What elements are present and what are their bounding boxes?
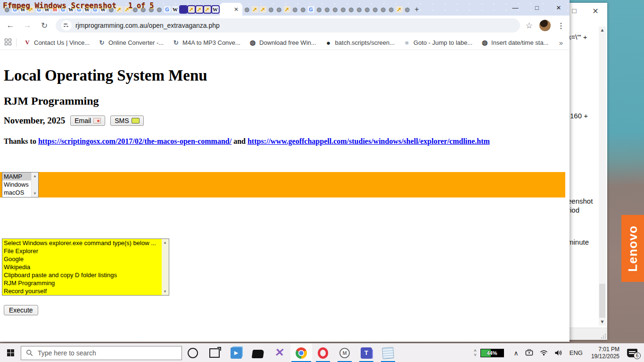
tray-scroll-arrows[interactable]: ˄ ˅ — [474, 349, 476, 357]
scroll-down-icon[interactable]: ▼ — [599, 318, 606, 326]
bookmark-item[interactable]: VContact Us | Vince... — [24, 39, 90, 46]
bookmarks-overflow-icon[interactable]: » — [559, 39, 563, 47]
bookmark-item[interactable]: ↻M4A to MP3 Conve... — [172, 39, 240, 46]
browser-tab[interactable]: ◍ — [331, 4, 339, 15]
browser-tab[interactable]: ◍ — [291, 4, 299, 15]
scroll-down-icon[interactable]: ▼ — [32, 190, 38, 197]
browser-tab[interactable]: ◍ — [379, 4, 387, 15]
bookmark-item[interactable]: ●batch.scripts/screen... — [325, 39, 395, 46]
browser-tab[interactable]: W — [211, 4, 219, 15]
command-option[interactable]: Wikipedia — [2, 263, 169, 271]
command-option[interactable]: Clipboard paste and copy D folder listin… — [2, 271, 169, 279]
browser-tab[interactable]: ◍ — [107, 4, 115, 15]
bookmark-item[interactable]: ■Goto - Jump to labe... — [403, 39, 472, 46]
browser-tab[interactable]: ➚ — [203, 4, 211, 15]
taskbar-app-blackbox[interactable] — [247, 344, 269, 362]
url-text[interactable]: rjmprogramming.com.au/open_extravaganza.… — [75, 22, 220, 29]
browser-tab[interactable]: ◍ — [299, 4, 307, 15]
taskbar-app-mcircle[interactable]: M — [334, 344, 355, 362]
chrome-menu-icon[interactable]: ⋮ — [557, 21, 565, 30]
sms-button[interactable]: SMS — [110, 115, 143, 126]
email-button[interactable]: Email — [70, 115, 105, 126]
browser-tab[interactable]: ◍ — [155, 4, 163, 15]
back-button[interactable]: ← — [4, 19, 17, 32]
notepad-maximize-button[interactable]: □ — [570, 7, 579, 15]
taskbar-app-opera[interactable] — [312, 344, 334, 362]
clock[interactable]: 7:01 PM 19/12/2025 — [591, 346, 619, 360]
browser-tab[interactable]: ◍ — [403, 4, 411, 15]
profile-avatar[interactable] — [539, 20, 551, 31]
command-select-scrollbar[interactable]: ▲ ▼ — [162, 239, 169, 295]
resize-grip[interactable] — [601, 333, 606, 339]
wifi-icon[interactable] — [540, 350, 548, 356]
browser-tab[interactable]: ◍ — [267, 4, 275, 15]
notepad-close-button[interactable]: ✕ — [591, 7, 600, 16]
browser-tab[interactable]: W — [43, 4, 51, 15]
geoffchappell-link[interactable]: https://www.geoffchappell.com/studies/wi… — [248, 137, 490, 145]
browser-tab[interactable]: G — [91, 4, 99, 15]
maximize-button[interactable]: □ — [526, 0, 548, 16]
browser-tab[interactable]: G — [75, 4, 83, 15]
tab-close-icon[interactable]: ✕ — [234, 6, 239, 13]
active-tab[interactable]: ✕ — [220, 3, 242, 16]
browser-tab[interactable]: ◍ — [147, 4, 155, 15]
hidden-icons-chevron[interactable]: ∧ — [514, 349, 519, 357]
browser-tab[interactable]: W — [19, 4, 27, 15]
browser-tab[interactable]: ➚ — [123, 4, 131, 15]
browser-tab[interactable]: ➚ — [259, 4, 267, 15]
site-info-icon[interactable] — [61, 20, 72, 31]
taskbar-app-vs[interactable]: ✕ — [269, 344, 290, 362]
scroll-down-icon[interactable]: ▼ — [162, 288, 168, 295]
browser-tab[interactable]: ◍ — [371, 4, 379, 15]
browser-tab[interactable]: ➚ — [187, 4, 195, 15]
browser-tab[interactable]: W — [99, 4, 107, 15]
browser-tab[interactable]: ➚ — [283, 4, 291, 15]
browser-tab[interactable]: ◍ — [139, 4, 147, 15]
scrollbar-thumb[interactable] — [599, 284, 605, 318]
execute-button[interactable]: Execute — [4, 305, 38, 315]
browser-tab[interactable]: ◍ — [131, 4, 139, 15]
cast-icon[interactable] — [525, 349, 533, 356]
browser-tab[interactable]: ➚ — [195, 4, 203, 15]
taskbar-search-input[interactable]: Type here to search — [21, 346, 182, 360]
address-bar[interactable]: rjmprogramming.com.au/open_extravaganza.… — [56, 18, 520, 33]
scroll-up-icon[interactable]: ▲ — [599, 26, 606, 34]
new-tab-button[interactable]: + — [411, 5, 422, 14]
browser-tab[interactable]: G — [163, 4, 171, 15]
close-button[interactable]: ✕ — [548, 0, 570, 16]
browser-tab[interactable]: W — [171, 4, 179, 15]
browser-tab[interactable]: ➚ — [251, 4, 259, 15]
reload-button[interactable]: ↻ — [38, 19, 51, 32]
action-center-button[interactable]: 6 — [627, 349, 637, 357]
os-select-scrollbar[interactable]: ▲ ▼ — [31, 173, 38, 197]
browser-tab[interactable]: ◍ — [315, 4, 323, 15]
notepad-scrollbar[interactable]: ▲ ▼ — [599, 26, 606, 326]
browser-tab[interactable]: ➚ — [395, 4, 403, 15]
command-option[interactable]: Record yourself — [2, 287, 169, 295]
browser-tab[interactable]: ◍ — [339, 4, 347, 15]
command-option[interactable]: Google — [2, 255, 169, 263]
bookmark-item[interactable]: ◍Download free Win... — [249, 39, 316, 46]
taskbar-app-teams[interactable]: T — [355, 344, 377, 362]
language-indicator[interactable]: ENG — [570, 349, 583, 356]
taskbar-app-taskview[interactable] — [204, 344, 225, 362]
browser-tab[interactable]: ◍ — [355, 4, 363, 15]
browser-tab[interactable]: G — [35, 4, 43, 15]
browser-tab[interactable]: ◍ — [323, 4, 331, 15]
volume-icon[interactable] — [554, 349, 562, 356]
browser-tab[interactable]: ◍ — [243, 4, 251, 15]
scroll-up-icon[interactable]: ▲ — [32, 173, 38, 180]
browser-tab[interactable]: ◍ — [347, 4, 355, 15]
minimize-button[interactable]: — — [504, 0, 526, 16]
browser-tab[interactable]: M — [51, 4, 59, 15]
bookmark-item[interactable]: ◍Insert date/time sta... — [481, 39, 548, 46]
command-select-listbox[interactable]: Select Windows explorer.exe command type… — [2, 239, 169, 296]
taskbar-app-chrome[interactable] — [290, 344, 312, 362]
bookmark-item[interactable]: ↻Online Converter -... — [98, 39, 164, 46]
apps-grid-icon[interactable] — [5, 39, 12, 46]
command-option[interactable]: RJM Programming — [2, 279, 169, 287]
browser-tab[interactable]: ◍ — [363, 4, 371, 15]
browser-tab[interactable]: W — [67, 4, 75, 15]
command-option[interactable]: Select Windows explorer.exe command type… — [2, 239, 169, 247]
browser-tab[interactable]: W — [83, 4, 91, 15]
